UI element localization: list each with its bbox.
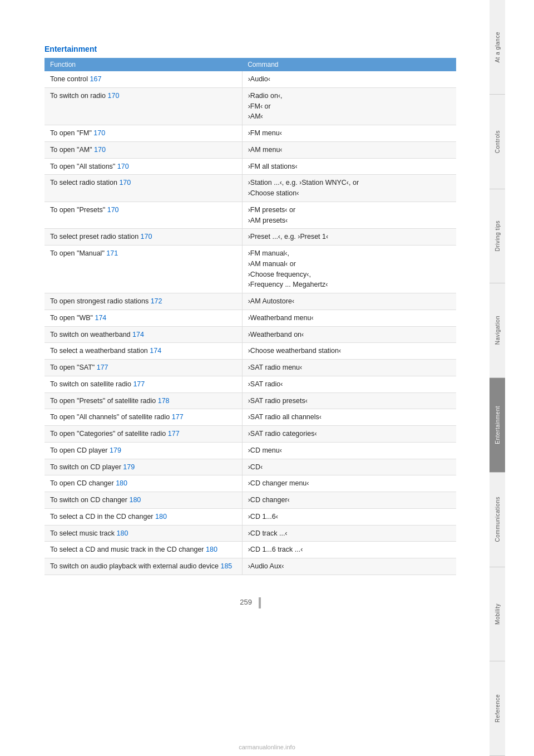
command-cell: ›CD changer‹ bbox=[242, 492, 456, 509]
side-tab-label: Mobility bbox=[495, 603, 501, 625]
table-row: To open "FM" 170›FM menu‹ bbox=[44, 125, 456, 142]
function-cell: To open "Categories" of satellite radio … bbox=[44, 426, 242, 443]
function-cell: To open "AM" 170 bbox=[44, 141, 242, 158]
ref-number: 174 bbox=[150, 347, 161, 355]
table-row: To select music track 180›CD track ...‹ bbox=[44, 525, 456, 542]
command-cell: ›SAT radio‹ bbox=[242, 376, 456, 392]
command-cell: ›Station ...‹, e.g. ›Station WNYC‹, or ›… bbox=[242, 175, 456, 202]
page-number: 259 bbox=[240, 598, 252, 606]
command-cell: ›SAT radio presets‹ bbox=[242, 392, 456, 409]
command-cell: ›Audio‹ bbox=[242, 71, 456, 87]
side-tab-label: Reference bbox=[495, 694, 501, 723]
table-row: To open "AM" 170›AM menu‹ bbox=[44, 141, 456, 158]
side-tab-label: Entertainment bbox=[495, 406, 501, 444]
function-cell: To select a CD and music track in the CD… bbox=[44, 542, 242, 558]
side-tab-label: Communications bbox=[495, 497, 501, 542]
table-row: To open "Categories" of satellite radio … bbox=[44, 426, 456, 443]
function-cell: To open CD changer 180 bbox=[44, 475, 242, 492]
table-row: To open "All stations" 170›FM all statio… bbox=[44, 158, 456, 175]
function-cell: To open "All stations" 170 bbox=[44, 158, 242, 175]
command-cell: ›SAT radio categories‹ bbox=[242, 426, 456, 443]
table-row: To switch on audio playback with externa… bbox=[44, 558, 456, 575]
command-cell: ›Weatherband on‹ bbox=[242, 326, 456, 343]
ref-number: 174 bbox=[95, 314, 106, 322]
side-tab-communications[interactable]: Communications bbox=[490, 473, 505, 567]
ref-number: 170 bbox=[141, 233, 152, 240]
function-cell: Tone control 167 bbox=[44, 71, 242, 87]
ref-number: 177 bbox=[97, 364, 108, 371]
function-cell: To select radio station 170 bbox=[44, 175, 242, 202]
side-tab-at-a-glance[interactable]: At a glance bbox=[490, 0, 505, 95]
col-header-function: Function bbox=[44, 58, 242, 71]
command-cell: ›AM Autostore‹ bbox=[242, 293, 456, 310]
side-tab-label: Controls bbox=[495, 130, 501, 153]
ref-number: 172 bbox=[151, 297, 162, 305]
table-row: To open CD changer 180›CD changer menu‹ bbox=[44, 475, 456, 492]
ref-number: 185 bbox=[220, 562, 232, 570]
command-cell: ›FM all stations‹ bbox=[242, 158, 456, 175]
command-cell: ›SAT radio menu‹ bbox=[242, 360, 456, 376]
command-cell: ›Radio on‹, ›FM‹ or ›AM‹ bbox=[242, 87, 456, 125]
side-tab-entertainment[interactable]: Entertainment bbox=[490, 378, 505, 473]
side-tab-reference[interactable]: Reference bbox=[490, 661, 505, 756]
table-row: To switch on CD player 179›CD‹ bbox=[44, 459, 456, 475]
table-row: To select radio station 170›Station ...‹… bbox=[44, 175, 456, 202]
section-title: Entertainment bbox=[44, 45, 456, 53]
watermark: carmanualonline.info bbox=[239, 744, 295, 750]
function-cell: To select a CD in the CD changer 180 bbox=[44, 508, 242, 525]
table-row: To select a CD in the CD changer 180›CD … bbox=[44, 508, 456, 525]
table-row: To open "WB" 174›Weatherband menu‹ bbox=[44, 310, 456, 326]
command-cell: ›CD changer menu‹ bbox=[242, 475, 456, 492]
command-cell: ›CD 1...6‹ bbox=[242, 508, 456, 525]
ref-number: 180 bbox=[116, 479, 127, 487]
page-bar bbox=[259, 597, 261, 608]
main-table: Function Command Tone control 167›Audio‹… bbox=[44, 58, 456, 575]
table-row: To open "Presets" 170›FM presets‹ or ›AM… bbox=[44, 202, 456, 229]
function-cell: To open "Presets" of satellite radio 178 bbox=[44, 392, 242, 409]
ref-number: 171 bbox=[106, 249, 118, 257]
command-cell: ›AM menu‹ bbox=[242, 141, 456, 158]
table-row: To switch on weatherband 174›Weatherband… bbox=[44, 326, 456, 343]
table-row: To open "SAT" 177›SAT radio menu‹ bbox=[44, 360, 456, 376]
page-number-area: 259 bbox=[44, 597, 456, 608]
function-cell: To open "All channels" of satellite radi… bbox=[44, 409, 242, 426]
ref-number: 174 bbox=[132, 331, 144, 338]
side-tab-label: Driving tips bbox=[495, 220, 501, 251]
function-cell: To open CD player 179 bbox=[44, 442, 242, 459]
side-tab-label: Navigation bbox=[495, 316, 501, 345]
command-cell: ›FM presets‹ or ›AM presets‹ bbox=[242, 202, 456, 229]
command-cell: ›Choose weatherband station‹ bbox=[242, 343, 456, 360]
side-tab-mobility[interactable]: Mobility bbox=[490, 567, 505, 662]
command-cell: ›Weatherband menu‹ bbox=[242, 310, 456, 326]
table-row: To open "All channels" of satellite radi… bbox=[44, 409, 456, 426]
command-cell: ›Audio Aux‹ bbox=[242, 558, 456, 575]
function-cell: To switch on audio playback with externa… bbox=[44, 558, 242, 575]
function-cell: To switch on CD changer 180 bbox=[44, 492, 242, 509]
col-header-command: Command bbox=[242, 58, 456, 71]
side-tabs: At a glanceControlsDriving tipsNavigatio… bbox=[490, 0, 505, 756]
side-tab-driving-tips[interactable]: Driving tips bbox=[490, 189, 505, 284]
function-cell: To open "FM" 170 bbox=[44, 125, 242, 142]
function-cell: To open "Presets" 170 bbox=[44, 202, 242, 229]
function-cell: To switch on radio 170 bbox=[44, 87, 242, 125]
table-row: To open "Presets" of satellite radio 178… bbox=[44, 392, 456, 409]
command-cell: ›CD menu‹ bbox=[242, 442, 456, 459]
command-cell: ›SAT radio all channels‹ bbox=[242, 409, 456, 426]
function-cell: To switch on satellite radio 177 bbox=[44, 376, 242, 392]
table-row: To select a CD and music track in the CD… bbox=[44, 542, 456, 558]
command-cell: ›CD‹ bbox=[242, 459, 456, 475]
table-row: To select preset radio station 170›Prese… bbox=[44, 229, 456, 246]
table-row: Tone control 167›Audio‹ bbox=[44, 71, 456, 87]
table-row: To select a weatherband station 174›Choo… bbox=[44, 343, 456, 360]
side-tab-controls[interactable]: Controls bbox=[490, 95, 505, 189]
ref-number: 180 bbox=[116, 529, 128, 537]
function-cell: To open "WB" 174 bbox=[44, 310, 242, 326]
ref-number: 177 bbox=[172, 413, 184, 421]
side-tab-navigation[interactable]: Navigation bbox=[490, 283, 505, 378]
table-row: To open "Manual" 171›FM manual‹, ›AM man… bbox=[44, 246, 456, 293]
function-cell: To open "SAT" 177 bbox=[44, 360, 242, 376]
ref-number: 178 bbox=[158, 397, 170, 405]
ref-number: 180 bbox=[155, 513, 167, 521]
function-cell: To select a weatherband station 174 bbox=[44, 343, 242, 360]
function-cell: To open "Manual" 171 bbox=[44, 246, 242, 293]
